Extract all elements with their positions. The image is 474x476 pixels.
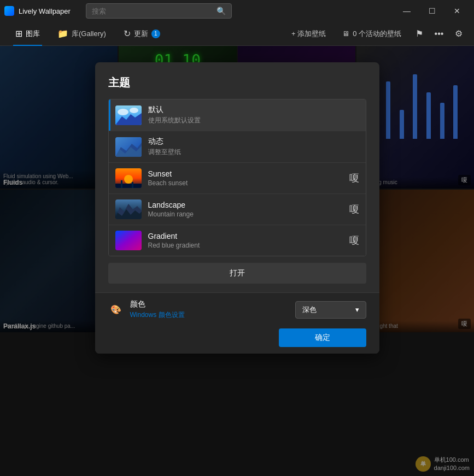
theme-item-dynamic[interactable]: 动态 调整至壁纸 <box>109 131 366 163</box>
theme-item-landscape[interactable]: Landscape Mountain range 嗄 <box>109 194 366 225</box>
search-input[interactable] <box>92 7 212 15</box>
palette-icon: 🎨 <box>108 302 124 318</box>
svg-rect-15 <box>115 231 142 250</box>
theme-thumb-landscape <box>115 199 142 219</box>
more-options-button[interactable]: ••• <box>430 25 448 43</box>
dialog-title: 主题 <box>108 75 366 90</box>
add-wallpaper-button[interactable]: + 添加壁纸 <box>284 25 333 43</box>
theme-desc-landscape: Mountain range <box>148 210 343 218</box>
theme-item-gradient[interactable]: Gradient Red blue gradient 嗄 <box>109 225 366 256</box>
theme-text-default: 默认 使用系统默认设置 <box>148 105 359 125</box>
settings-button[interactable]: ⚙ <box>450 25 467 43</box>
chevron-down-icon: ▾ <box>355 305 359 314</box>
theme-desc-gradient: Red blue gradient <box>148 242 343 249</box>
nav-label-gallery: 图库 <box>26 29 40 39</box>
nav-item-library[interactable]: 📁 库(Gallery) <box>49 22 115 46</box>
color-value: 深色 <box>302 305 317 315</box>
theme-action-landscape[interactable]: 嗄 <box>349 203 359 216</box>
theme-action-sunset[interactable]: 嗄 <box>349 172 359 185</box>
window-controls: — ☐ ✕ <box>394 2 470 20</box>
close-button[interactable]: ✕ <box>444 2 470 20</box>
active-wallpaper-button[interactable]: 🖥 0 个活动的壁纸 <box>335 25 408 43</box>
app-title: Lively Wallpaper <box>19 7 71 15</box>
minimize-button[interactable]: — <box>394 2 419 20</box>
maximize-button[interactable]: ☐ <box>419 2 444 20</box>
svg-point-2 <box>130 108 138 113</box>
folder-icon: 📁 <box>57 28 68 39</box>
dialog-body: 默认 使用系统默认设置 <box>95 99 379 292</box>
confirm-button[interactable]: 确定 <box>279 328 366 347</box>
theme-thumb-sunset <box>115 168 142 188</box>
app-icon <box>4 6 14 16</box>
modal-backdrop: 主题 <box>0 46 474 476</box>
color-row: 🎨 颜色 Windows 颜色设置 深色 ▾ <box>108 299 366 320</box>
theme-desc-dynamic: 调整至壁纸 <box>148 148 359 157</box>
theme-dialog: 主题 <box>95 62 379 354</box>
theme-text-sunset: Sunset Beach sunset <box>148 169 343 187</box>
nav-item-update[interactable]: ↻ 更新 1 <box>115 22 169 46</box>
nav-right: + 添加壁纸 🖥 0 个活动的壁纸 ⚑ ••• ⚙ <box>284 25 467 43</box>
search-icon: 🔍 <box>216 7 226 15</box>
theme-thumb-gradient <box>115 231 142 250</box>
update-badge: 1 <box>151 30 160 38</box>
color-info: 颜色 Windows 颜色设置 <box>130 299 289 320</box>
theme-item-default[interactable]: 默认 使用系统默认设置 <box>109 99 366 131</box>
active-wallpaper-label: 0 个活动的壁纸 <box>353 29 401 39</box>
theme-list: 默认 使用系统默认设置 <box>108 99 366 256</box>
theme-item-sunset[interactable]: Sunset Beach sunset 嗄 <box>109 163 366 194</box>
theme-desc-sunset: Beach sunset <box>148 179 343 187</box>
theme-name-default: 默认 <box>148 105 359 115</box>
theme-thumb-dynamic <box>115 137 142 157</box>
grid-icon: ⊞ <box>15 28 22 39</box>
monitor-icon: 🖥 <box>342 30 349 38</box>
nav-item-gallery[interactable]: ⊞ 图库 <box>7 22 49 46</box>
theme-thumb-default <box>115 105 142 125</box>
color-select[interactable]: 深色 ▾ <box>295 301 366 319</box>
svg-rect-11 <box>132 182 133 188</box>
nav-label-update: 更新 <box>134 29 148 39</box>
color-label: 颜色 <box>130 299 289 309</box>
theme-text-gradient: Gradient Red blue gradient <box>148 232 343 249</box>
open-button[interactable]: 打开 <box>108 263 366 284</box>
titlebar: Lively Wallpaper 🔍 — ☐ ✕ <box>0 0 474 22</box>
navbar: ⊞ 图库 📁 库(Gallery) ↻ 更新 1 + 添加壁纸 🖥 0 个活动的… <box>0 22 474 46</box>
confirm-row: 确定 <box>108 324 366 347</box>
theme-name-gradient: Gradient <box>148 232 343 240</box>
theme-desc-default: 使用系统默认设置 <box>148 116 359 125</box>
theme-name-landscape: Landscape <box>148 201 343 209</box>
theme-action-gradient[interactable]: 嗄 <box>349 234 359 247</box>
dialog-footer: 🎨 颜色 Windows 颜色设置 深色 ▾ 确定 <box>95 292 379 354</box>
refresh-icon: ↻ <box>124 28 131 39</box>
search-bar[interactable]: 🔍 <box>86 3 232 19</box>
svg-point-1 <box>118 109 128 115</box>
svg-point-8 <box>124 175 133 184</box>
flag-button[interactable]: ⚑ <box>411 25 428 43</box>
svg-rect-10 <box>121 180 122 188</box>
nav-label-library: 库(Gallery) <box>72 29 106 39</box>
theme-text-landscape: Landscape Mountain range <box>148 201 343 218</box>
svg-rect-9 <box>115 184 142 188</box>
color-settings-link[interactable]: Windows 颜色设置 <box>130 311 185 319</box>
theme-text-dynamic: 动态 调整至壁纸 <box>148 137 359 157</box>
dialog-header: 主题 <box>95 62 379 99</box>
titlebar-left: Lively Wallpaper 🔍 <box>4 3 232 19</box>
theme-name-dynamic: 动态 <box>148 137 359 146</box>
theme-name-sunset: Sunset <box>148 169 343 178</box>
